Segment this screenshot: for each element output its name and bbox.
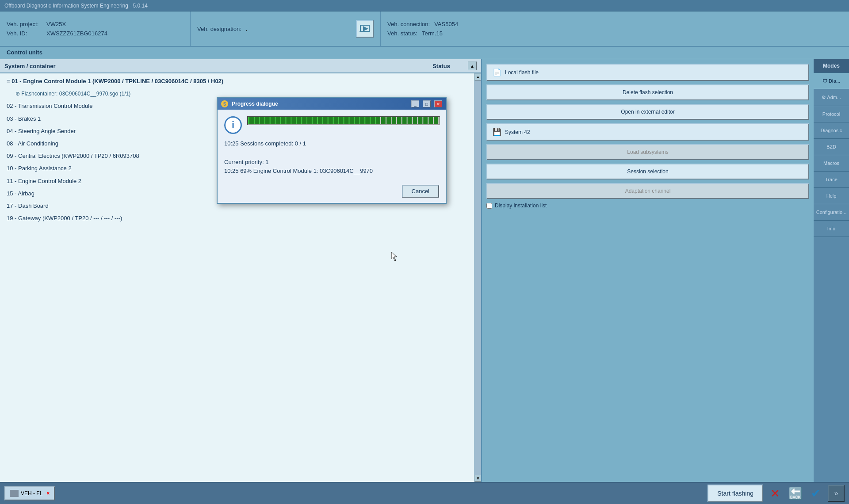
cancel-button[interactable]: Cancel (402, 185, 439, 198)
dialog-minimize-button[interactable]: _ (411, 100, 419, 107)
info-icon-symbol: i (232, 119, 234, 131)
dialog-content: ████████████████████████████████████ (247, 116, 440, 125)
dialog-maximize-button[interactable]: □ (423, 100, 431, 107)
info-icon: i (224, 116, 242, 134)
dialog-close-button[interactable]: ✕ (434, 100, 442, 107)
dialog-line1: 10:25 Sessions completed: 0 / 1 (224, 139, 439, 149)
dialog-overlay: S Progress dialogue _ □ ✕ i (0, 0, 849, 504)
dialog-minimize-icon: _ (414, 102, 417, 107)
progress-dialog: S Progress dialogue _ □ ✕ i (217, 97, 447, 204)
dialog-title-icon-symbol: S (223, 102, 226, 107)
progress-bar-container: ████████████████████████████████████ (247, 116, 440, 125)
dialog-close-icon: ✕ (436, 102, 440, 107)
dialog-body: i ████████████████████████████████████ 1… (218, 110, 446, 183)
dialog-line3: Current priority: 1 (224, 158, 439, 167)
dialog-maximize-icon: □ (425, 102, 428, 107)
progress-bar-dots: ████████████████████████████████████ (248, 117, 439, 124)
progress-bar-fill: ████████████████████████████████████ (248, 117, 380, 124)
dialog-title-icon: S (221, 100, 228, 107)
dialog-line4: 10:25 69% Engine Control Module 1: 03C90… (224, 167, 439, 176)
dialog-title-text: Progress dialogue (232, 101, 408, 107)
dialog-footer: Cancel (218, 183, 446, 203)
dialog-text: 10:25 Sessions completed: 0 / 1 Current … (224, 139, 439, 176)
cancel-label: Cancel (412, 188, 429, 195)
dialog-info-row: i ████████████████████████████████████ (224, 116, 439, 134)
dialog-title-bar: S Progress dialogue _ □ ✕ (218, 98, 446, 110)
